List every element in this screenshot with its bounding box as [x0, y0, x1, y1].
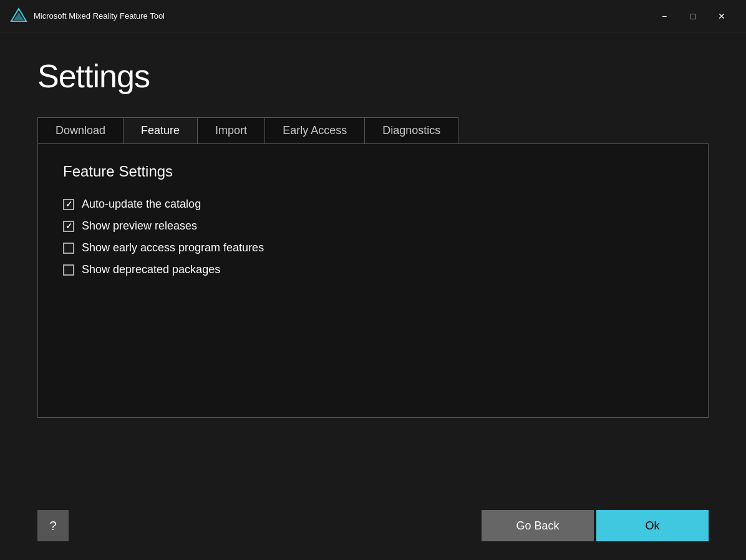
- checkbox-show-preview[interactable]: Show preview releases: [63, 220, 683, 233]
- tab-diagnostics[interactable]: Diagnostics: [365, 118, 458, 143]
- tab-feature[interactable]: Feature: [124, 118, 198, 143]
- minimize-button[interactable]: −: [650, 6, 679, 26]
- right-buttons: Go Back Ok: [482, 510, 709, 541]
- bottom-bar: ? Go Back Ok: [37, 498, 709, 541]
- close-button[interactable]: ✕: [707, 6, 736, 26]
- main-content: Settings Download Feature Import Early A…: [0, 32, 746, 560]
- title-bar-text: Microsoft Mixed Reality Feature Tool: [34, 11, 650, 21]
- checkbox-deprecated-label: Show deprecated packages: [82, 263, 220, 276]
- checkbox-early-access[interactable]: Show early access program features: [63, 241, 683, 254]
- checkbox-show-preview-box[interactable]: [63, 221, 74, 232]
- checkbox-deprecated-box[interactable]: [63, 264, 74, 276]
- checkbox-show-preview-label: Show preview releases: [82, 220, 197, 233]
- checkbox-auto-update-label: Auto-update the catalog: [82, 198, 201, 211]
- ok-button[interactable]: Ok: [596, 510, 709, 541]
- checkbox-deprecated[interactable]: Show deprecated packages: [63, 263, 683, 276]
- content-panel: Feature Settings Auto-update the catalog…: [37, 143, 709, 418]
- checkbox-early-access-box[interactable]: [63, 243, 74, 254]
- tab-download[interactable]: Download: [38, 118, 124, 143]
- maximize-button[interactable]: □: [679, 6, 707, 26]
- tabs-container: Download Feature Import Early Access Dia…: [37, 117, 458, 143]
- title-bar-controls: − □ ✕: [650, 6, 736, 26]
- checkbox-auto-update[interactable]: Auto-update the catalog: [63, 198, 683, 211]
- checkbox-list: Auto-update the catalog Show preview rel…: [63, 198, 683, 276]
- go-back-button[interactable]: Go Back: [482, 510, 594, 541]
- panel-title: Feature Settings: [63, 163, 683, 180]
- help-button[interactable]: ?: [37, 510, 69, 541]
- checkbox-auto-update-box[interactable]: [63, 199, 74, 210]
- tab-import[interactable]: Import: [198, 118, 265, 143]
- page-title: Settings: [37, 57, 709, 95]
- app-icon: [10, 7, 27, 25]
- checkbox-early-access-label: Show early access program features: [82, 241, 264, 254]
- tab-early-access[interactable]: Early Access: [265, 118, 365, 143]
- title-bar: Microsoft Mixed Reality Feature Tool − □…: [0, 0, 746, 32]
